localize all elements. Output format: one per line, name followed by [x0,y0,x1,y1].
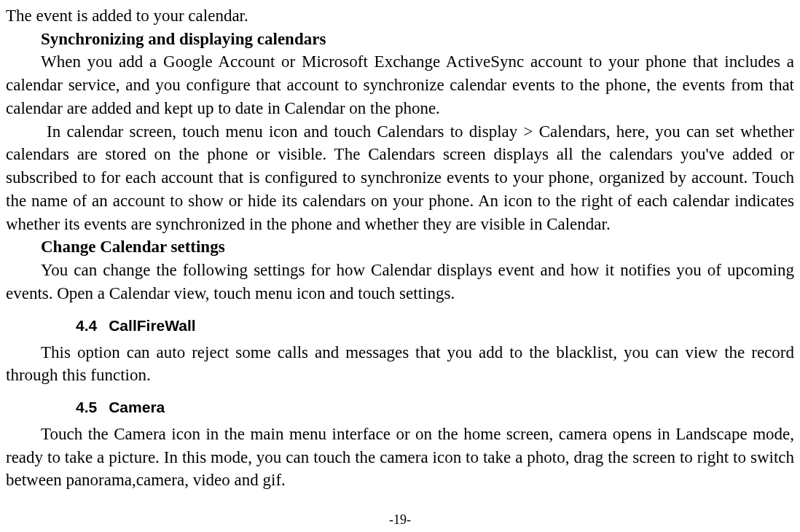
section-title: CallFireWall [109,317,195,334]
section-4-4-heading: 4.4CallFireWall [76,316,794,337]
section-title: Camera [109,399,165,415]
paragraph: In calendar screen, touch menu icon and … [6,120,794,236]
page-number: -19- [6,511,794,529]
section-number: 4.4 [76,316,97,337]
text-line: The event is added to your calendar. [6,4,794,28]
paragraph: You can change the following settings fo… [6,259,794,305]
paragraph: When you add a Google Account or Microso… [6,50,794,120]
paragraph: This option can auto reject some calls a… [6,341,794,387]
section-4-5-heading: 4.5Camera [76,397,794,418]
page-content: The event is added to your calendar. Syn… [6,4,794,492]
subheading-change-settings: Change Calendar settings [6,235,794,259]
document-page: The event is added to your calendar. Syn… [6,4,794,532]
section-number: 4.5 [76,397,97,418]
paragraph: Touch the Camera icon in the main menu i… [6,423,794,492]
subheading-sync: Synchronizing and displaying calendars [6,28,794,51]
